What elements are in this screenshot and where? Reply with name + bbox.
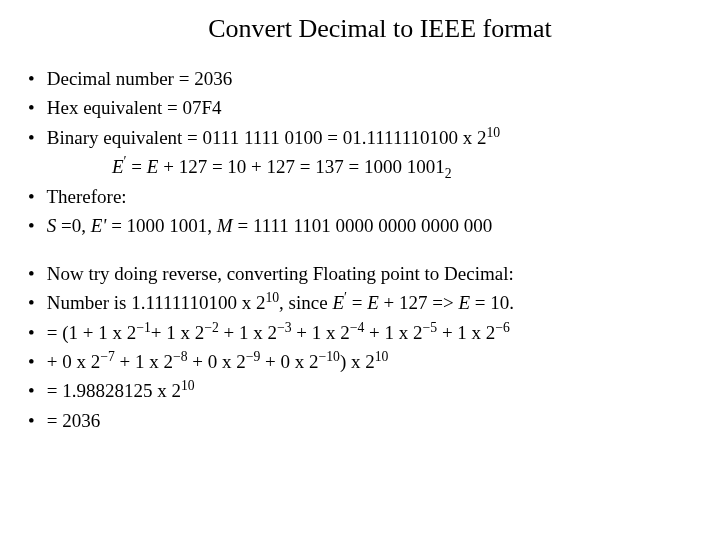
term: + 1 x 2 <box>437 322 495 343</box>
term-exp: −1 <box>136 319 151 334</box>
line-number-is: • Number is 1.1111110100 x 210, since E′… <box>28 288 692 317</box>
term: + 1 x 2 <box>151 322 204 343</box>
var-e: E <box>147 156 159 177</box>
line-final-result: • = 2036 <box>28 406 692 435</box>
bullet-icon: • <box>28 93 42 122</box>
label: Hex equivalent = <box>47 97 183 118</box>
text-part2: , since <box>279 292 332 313</box>
text: Now try doing reverse, converting Floati… <box>47 263 514 284</box>
value: = 1.98828125 x 2 <box>47 380 181 401</box>
exponent: 10 <box>487 125 501 140</box>
term: + 1 x 2 <box>364 322 422 343</box>
term: + 1 x 2 <box>83 322 136 343</box>
var-m: M <box>217 215 233 236</box>
exponent: 10 <box>265 290 279 305</box>
equals: = <box>127 156 147 177</box>
bullet-icon: • <box>28 318 42 347</box>
exponent: 10 <box>375 349 389 364</box>
line-result-sem: • S =0, E' = 1000 1001, M = 1111 1101 00… <box>28 211 692 240</box>
bullet-icon: • <box>28 211 42 240</box>
bullet-icon: • <box>28 123 42 152</box>
bullet-icon: • <box>28 288 42 317</box>
term: + 0 x 2 <box>260 351 318 372</box>
line-therefore: • Therefore: <box>28 182 692 211</box>
text-part3: + 127 => <box>379 292 459 313</box>
var-s: S <box>47 215 57 236</box>
equals: = <box>347 292 367 313</box>
s-value: =0, <box>56 215 90 236</box>
label: Decimal number = <box>47 68 194 89</box>
term-exp: −8 <box>173 349 188 364</box>
line-binary-equivalent: • Binary equivalent = 0111 1111 0100 = 0… <box>28 123 692 152</box>
term: + 1 x 2 <box>115 351 173 372</box>
post: ) x 2 <box>340 351 375 372</box>
var-e2: E <box>458 292 470 313</box>
line-decimal-number: • Decimal number = 2036 <box>28 64 692 93</box>
bullet-icon: • <box>28 259 42 288</box>
value: = 2036 <box>47 410 100 431</box>
bullet-icon: • <box>28 182 42 211</box>
expression: + 127 = 10 + 127 = 137 = 1000 1001 <box>158 156 444 177</box>
term: + 0 x 2 <box>47 351 100 372</box>
text-part1: Number is 1.1111110100 x 2 <box>47 292 266 313</box>
bullet-icon: • <box>28 406 42 435</box>
text-part4: = 10. <box>470 292 514 313</box>
value: 0111 1111 0100 = 01.1111110100 x 2 <box>203 127 487 148</box>
term-exp: −4 <box>350 319 365 334</box>
page-title: Convert Decimal to IEEE format <box>28 14 692 44</box>
term-exp: −10 <box>319 349 340 364</box>
ep-value: = 1000 1001, <box>111 215 217 236</box>
pre: = (1 <box>47 322 83 343</box>
bullet-icon: • <box>28 347 42 376</box>
var-e: E <box>367 292 379 313</box>
line-hex-equivalent: • Hex equivalent = 07F4 <box>28 93 692 122</box>
var-e-prime: E <box>112 156 124 177</box>
line-scientific: • = 1.98828125 x 210 <box>28 376 692 405</box>
subscript-base: 2 <box>445 166 452 181</box>
m-value: = 1111 1101 0000 0000 0000 000 <box>233 215 493 236</box>
line-expansion-b: • + 0 x 2−7 + 1 x 2−8 + 0 x 2−9 + 0 x 2−… <box>28 347 692 376</box>
bullet-icon: • <box>28 376 42 405</box>
term-exp: −5 <box>423 319 438 334</box>
term: + 1 x 2 <box>219 322 277 343</box>
bullet-icon: • <box>28 64 42 93</box>
term-exp: −6 <box>495 319 510 334</box>
term-exp: −7 <box>100 349 115 364</box>
line-expansion-a: • = (1 + 1 x 2−1+ 1 x 2−2 + 1 x 2−3 + 1 … <box>28 318 692 347</box>
label: Binary equivalent = <box>47 127 203 148</box>
value: 07F4 <box>183 97 222 118</box>
var-e-prime: E' <box>91 215 111 236</box>
term: + 0 x 2 <box>188 351 246 372</box>
term: + 1 x 2 <box>292 322 350 343</box>
term-exp: −2 <box>204 319 219 334</box>
value: 2036 <box>194 68 232 89</box>
line-reverse-intro: • Now try doing reverse, converting Floa… <box>28 259 692 288</box>
text: Therefore: <box>46 186 126 207</box>
term-exp: −3 <box>277 319 292 334</box>
var-e-prime: E <box>332 292 344 313</box>
line-e-prime-equation: E′ = E + 127 = 10 + 127 = 137 = 1000 100… <box>28 152 692 181</box>
exponent: 10 <box>181 378 195 393</box>
term-exp: −9 <box>246 349 261 364</box>
